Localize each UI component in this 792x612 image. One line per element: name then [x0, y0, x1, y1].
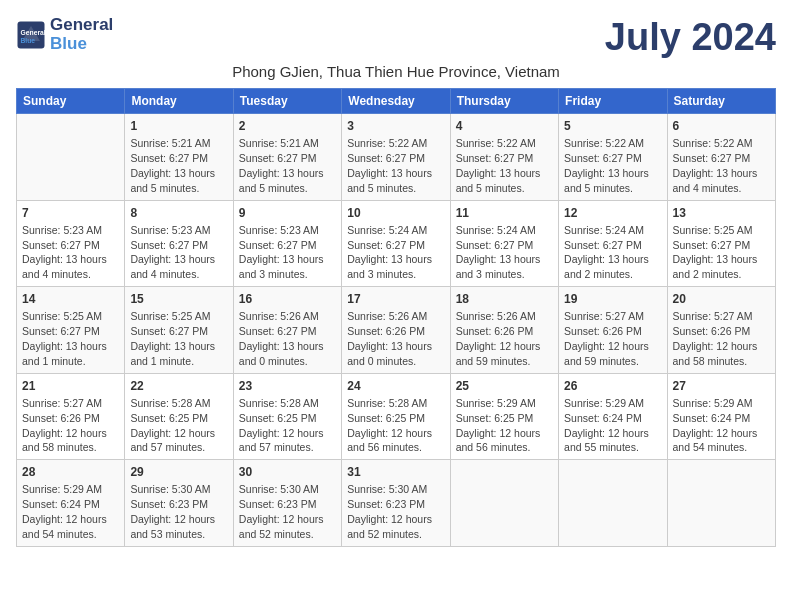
logo-text-general: General: [50, 16, 113, 35]
calendar-cell: 7Sunrise: 5:23 AM Sunset: 6:27 PM Daylig…: [17, 200, 125, 287]
day-number: 3: [347, 118, 444, 134]
col-header-wednesday: Wednesday: [342, 89, 450, 114]
calendar-cell: 29Sunrise: 5:30 AM Sunset: 6:23 PM Dayli…: [125, 460, 233, 547]
logo: General Blue General Blue: [16, 16, 113, 53]
day-info: Sunrise: 5:22 AM Sunset: 6:27 PM Dayligh…: [456, 137, 541, 194]
day-info: Sunrise: 5:29 AM Sunset: 6:24 PM Dayligh…: [673, 397, 758, 454]
day-info: Sunrise: 5:27 AM Sunset: 6:26 PM Dayligh…: [673, 310, 758, 367]
svg-text:Blue: Blue: [21, 37, 36, 44]
day-info: Sunrise: 5:29 AM Sunset: 6:25 PM Dayligh…: [456, 397, 541, 454]
day-number: 8: [130, 205, 227, 221]
day-number: 13: [673, 205, 770, 221]
col-header-monday: Monday: [125, 89, 233, 114]
day-number: 25: [456, 378, 553, 394]
day-info: Sunrise: 5:24 AM Sunset: 6:27 PM Dayligh…: [456, 224, 541, 281]
calendar-cell: 8Sunrise: 5:23 AM Sunset: 6:27 PM Daylig…: [125, 200, 233, 287]
logo-text-blue: Blue: [50, 35, 113, 54]
calendar-cell: [17, 114, 125, 201]
day-info: Sunrise: 5:22 AM Sunset: 6:27 PM Dayligh…: [564, 137, 649, 194]
calendar-cell: 26Sunrise: 5:29 AM Sunset: 6:24 PM Dayli…: [559, 373, 667, 460]
col-header-thursday: Thursday: [450, 89, 558, 114]
day-info: Sunrise: 5:23 AM Sunset: 6:27 PM Dayligh…: [239, 224, 324, 281]
day-number: 30: [239, 464, 336, 480]
day-number: 19: [564, 291, 661, 307]
calendar-cell: 17Sunrise: 5:26 AM Sunset: 6:26 PM Dayli…: [342, 287, 450, 374]
day-info: Sunrise: 5:28 AM Sunset: 6:25 PM Dayligh…: [347, 397, 432, 454]
calendar-cell: 20Sunrise: 5:27 AM Sunset: 6:26 PM Dayli…: [667, 287, 775, 374]
day-info: Sunrise: 5:28 AM Sunset: 6:25 PM Dayligh…: [130, 397, 215, 454]
day-number: 20: [673, 291, 770, 307]
calendar-cell: 14Sunrise: 5:25 AM Sunset: 6:27 PM Dayli…: [17, 287, 125, 374]
calendar-cell: 4Sunrise: 5:22 AM Sunset: 6:27 PM Daylig…: [450, 114, 558, 201]
day-info: Sunrise: 5:24 AM Sunset: 6:27 PM Dayligh…: [347, 224, 432, 281]
day-info: Sunrise: 5:26 AM Sunset: 6:27 PM Dayligh…: [239, 310, 324, 367]
day-info: Sunrise: 5:28 AM Sunset: 6:25 PM Dayligh…: [239, 397, 324, 454]
day-info: Sunrise: 5:21 AM Sunset: 6:27 PM Dayligh…: [130, 137, 215, 194]
day-number: 21: [22, 378, 119, 394]
day-info: Sunrise: 5:29 AM Sunset: 6:24 PM Dayligh…: [22, 483, 107, 540]
day-info: Sunrise: 5:30 AM Sunset: 6:23 PM Dayligh…: [347, 483, 432, 540]
col-header-saturday: Saturday: [667, 89, 775, 114]
day-number: 11: [456, 205, 553, 221]
day-number: 10: [347, 205, 444, 221]
col-header-tuesday: Tuesday: [233, 89, 341, 114]
day-info: Sunrise: 5:23 AM Sunset: 6:27 PM Dayligh…: [130, 224, 215, 281]
calendar-cell: 24Sunrise: 5:28 AM Sunset: 6:25 PM Dayli…: [342, 373, 450, 460]
calendar-cell: [450, 460, 558, 547]
day-info: Sunrise: 5:25 AM Sunset: 6:27 PM Dayligh…: [22, 310, 107, 367]
calendar-cell: 11Sunrise: 5:24 AM Sunset: 6:27 PM Dayli…: [450, 200, 558, 287]
day-number: 17: [347, 291, 444, 307]
calendar-cell: 5Sunrise: 5:22 AM Sunset: 6:27 PM Daylig…: [559, 114, 667, 201]
day-info: Sunrise: 5:29 AM Sunset: 6:24 PM Dayligh…: [564, 397, 649, 454]
day-number: 12: [564, 205, 661, 221]
calendar-cell: 27Sunrise: 5:29 AM Sunset: 6:24 PM Dayli…: [667, 373, 775, 460]
calendar-cell: 10Sunrise: 5:24 AM Sunset: 6:27 PM Dayli…: [342, 200, 450, 287]
day-number: 5: [564, 118, 661, 134]
day-number: 22: [130, 378, 227, 394]
day-number: 14: [22, 291, 119, 307]
calendar-cell: 16Sunrise: 5:26 AM Sunset: 6:27 PM Dayli…: [233, 287, 341, 374]
day-number: 4: [456, 118, 553, 134]
calendar-cell: [667, 460, 775, 547]
day-info: Sunrise: 5:26 AM Sunset: 6:26 PM Dayligh…: [347, 310, 432, 367]
calendar-cell: 13Sunrise: 5:25 AM Sunset: 6:27 PM Dayli…: [667, 200, 775, 287]
day-info: Sunrise: 5:22 AM Sunset: 6:27 PM Dayligh…: [673, 137, 758, 194]
calendar-cell: 12Sunrise: 5:24 AM Sunset: 6:27 PM Dayli…: [559, 200, 667, 287]
day-info: Sunrise: 5:30 AM Sunset: 6:23 PM Dayligh…: [239, 483, 324, 540]
calendar-cell: 15Sunrise: 5:25 AM Sunset: 6:27 PM Dayli…: [125, 287, 233, 374]
calendar-cell: 31Sunrise: 5:30 AM Sunset: 6:23 PM Dayli…: [342, 460, 450, 547]
calendar-cell: 18Sunrise: 5:26 AM Sunset: 6:26 PM Dayli…: [450, 287, 558, 374]
calendar-cell: 2Sunrise: 5:21 AM Sunset: 6:27 PM Daylig…: [233, 114, 341, 201]
day-info: Sunrise: 5:22 AM Sunset: 6:27 PM Dayligh…: [347, 137, 432, 194]
day-number: 7: [22, 205, 119, 221]
calendar-cell: 19Sunrise: 5:27 AM Sunset: 6:26 PM Dayli…: [559, 287, 667, 374]
calendar-cell: 21Sunrise: 5:27 AM Sunset: 6:26 PM Dayli…: [17, 373, 125, 460]
calendar-table: SundayMondayTuesdayWednesdayThursdayFrid…: [16, 88, 776, 547]
col-header-friday: Friday: [559, 89, 667, 114]
month-title: July 2024: [605, 16, 776, 59]
day-number: 28: [22, 464, 119, 480]
calendar-cell: 30Sunrise: 5:30 AM Sunset: 6:23 PM Dayli…: [233, 460, 341, 547]
day-info: Sunrise: 5:30 AM Sunset: 6:23 PM Dayligh…: [130, 483, 215, 540]
calendar-subtitle: Phong GJien, Thua Thien Hue Province, Vi…: [16, 63, 776, 80]
day-info: Sunrise: 5:24 AM Sunset: 6:27 PM Dayligh…: [564, 224, 649, 281]
day-number: 16: [239, 291, 336, 307]
calendar-cell: 1Sunrise: 5:21 AM Sunset: 6:27 PM Daylig…: [125, 114, 233, 201]
calendar-cell: 3Sunrise: 5:22 AM Sunset: 6:27 PM Daylig…: [342, 114, 450, 201]
day-number: 29: [130, 464, 227, 480]
day-number: 6: [673, 118, 770, 134]
page-header: General Blue General Blue July 2024: [16, 16, 776, 59]
day-number: 24: [347, 378, 444, 394]
day-info: Sunrise: 5:27 AM Sunset: 6:26 PM Dayligh…: [22, 397, 107, 454]
day-info: Sunrise: 5:23 AM Sunset: 6:27 PM Dayligh…: [22, 224, 107, 281]
day-info: Sunrise: 5:25 AM Sunset: 6:27 PM Dayligh…: [130, 310, 215, 367]
calendar-cell: 28Sunrise: 5:29 AM Sunset: 6:24 PM Dayli…: [17, 460, 125, 547]
day-number: 26: [564, 378, 661, 394]
logo-icon: General Blue: [16, 20, 46, 50]
calendar-cell: [559, 460, 667, 547]
svg-text:General: General: [21, 29, 46, 36]
day-number: 31: [347, 464, 444, 480]
day-info: Sunrise: 5:25 AM Sunset: 6:27 PM Dayligh…: [673, 224, 758, 281]
day-info: Sunrise: 5:21 AM Sunset: 6:27 PM Dayligh…: [239, 137, 324, 194]
calendar-cell: 6Sunrise: 5:22 AM Sunset: 6:27 PM Daylig…: [667, 114, 775, 201]
